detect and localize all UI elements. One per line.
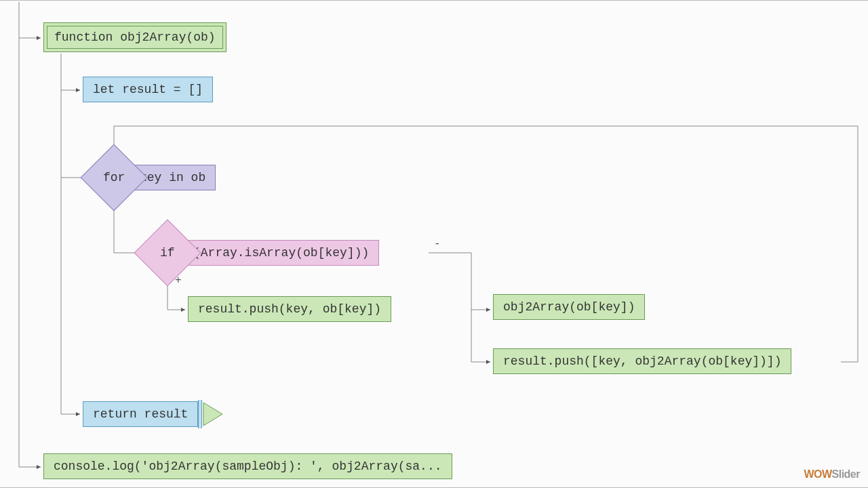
return-node: return result — [83, 400, 225, 428]
false-call-label: obj2Array(ob[key]) — [503, 300, 635, 314]
console-log-node: console.log('obj2Array(sampleObj): ', ob… — [43, 453, 452, 479]
for-diamond-icon: for — [81, 144, 148, 211]
return-triangle-icon — [202, 400, 225, 428]
let-result-label: let result = [] — [93, 83, 203, 96]
if-node: if (Array.isArray(ob[key])) — [144, 229, 379, 277]
for-loop-node: for key in ob — [90, 154, 216, 201]
if-false-label: - — [434, 238, 441, 250]
function-declaration-node: function obj2Array(ob) — [43, 22, 226, 52]
let-result-node: let result = [] — [83, 77, 213, 102]
watermark: WOWSlider — [804, 468, 860, 481]
function-declaration-label: function obj2Array(ob) — [47, 26, 223, 49]
if-true-label: + — [175, 274, 182, 287]
false-push-label: result.push([key, obj2Array(ob[key])]) — [503, 354, 781, 368]
if-diamond-icon: if — [134, 220, 201, 287]
return-label: return result — [83, 401, 198, 427]
true-branch-label: result.push(key, ob[key]) — [198, 302, 381, 316]
false-push-node: result.push([key, obj2Array(ob[key])]) — [493, 348, 791, 374]
true-branch-node: result.push(key, ob[key]) — [188, 296, 391, 322]
svg-marker-15 — [203, 403, 222, 426]
false-call-node: obj2Array(ob[key]) — [493, 294, 645, 320]
if-condition-label: (Array.isArray(ob[key])) — [183, 240, 379, 266]
console-log-label: console.log('obj2Array(sampleObj): ', ob… — [54, 460, 442, 473]
